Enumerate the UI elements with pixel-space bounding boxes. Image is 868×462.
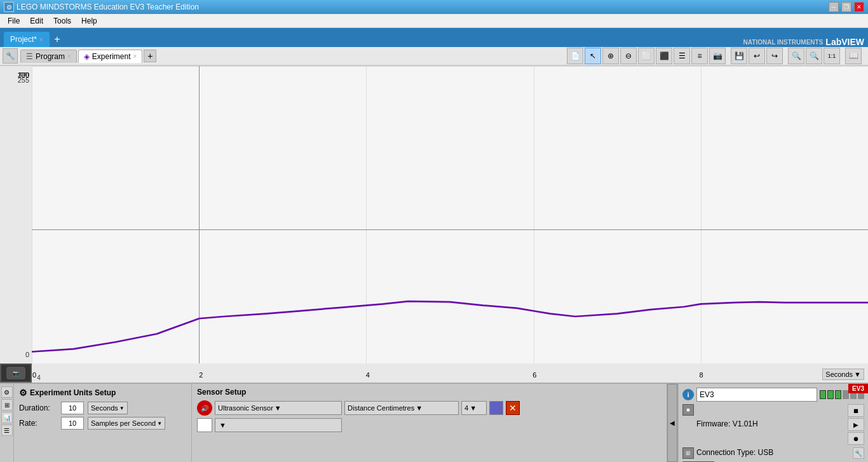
setup-gear-icon: ⚙: [19, 388, 27, 398]
restore-button[interactable]: ❐: [841, 2, 851, 12]
rate-input[interactable]: [61, 417, 84, 430]
ev3-record-button[interactable]: ⏺: [848, 432, 864, 445]
port-icon-2: ⊞: [682, 447, 694, 459]
sensor-color-swatch[interactable]: [489, 401, 503, 415]
side-icon-grid[interactable]: ⊞: [1, 399, 13, 411]
ev3-name-display: EV3: [696, 388, 817, 402]
app-icon: ⚙: [4, 2, 14, 12]
duration-unit-label: Seconds: [91, 404, 118, 412]
x-axis: 0 2 4 6 8 10 Seconds ▼: [34, 363, 868, 383]
experiment-tab-icon: ◈: [84, 52, 90, 61]
sensor-name-arrow: ▼: [275, 404, 281, 412]
toolbar-zoom-out[interactable]: 🔍: [806, 48, 822, 64]
project-tab-close[interactable]: ×: [39, 36, 43, 43]
close-button[interactable]: ✕: [854, 2, 864, 12]
sensor-port-arrow: ▼: [470, 404, 477, 412]
ev3-action-buttons: ⏹ ▶ ⏺: [848, 404, 864, 445]
x-unit-arrow: ▼: [854, 370, 861, 378]
duration-label: Duration:: [19, 404, 57, 412]
menu-edit[interactable]: Edit: [25, 14, 48, 27]
minimize-button[interactable]: ─: [829, 2, 839, 12]
chart-area: cm 255 200 100 0: [0, 66, 868, 363]
wrench-button[interactable]: 🔧: [3, 48, 18, 64]
toolbar-undo[interactable]: ↩: [749, 48, 765, 64]
x-unit-dropdown[interactable]: Seconds ▼: [822, 369, 864, 380]
sensor-type-arrow: ▼: [416, 404, 423, 412]
toolbar-tool6[interactable]: ≡: [691, 48, 708, 64]
sensor-name-dropdown[interactable]: Ultrasonic Sensor ▼: [215, 401, 342, 415]
sensor-name-label: Ultrasonic Sensor: [218, 404, 273, 412]
sensor-type-dropdown[interactable]: Distance Centimetres ▼: [344, 401, 459, 415]
side-icon-bar: ⚙ ⊞ 📊 ☰: [0, 384, 14, 462]
toolbar-cursor[interactable]: ↖: [585, 48, 601, 64]
bottom-panel: ⚙ ⊞ 📊 ☰ ⚙ Experiment Units Setup Duratio…: [0, 383, 868, 462]
menu-tools[interactable]: Tools: [48, 14, 76, 27]
x-tick-2: 2: [199, 371, 203, 379]
window-title: LEGO MINDSTORMS Education EV3 Teacher Ed…: [17, 3, 199, 11]
sensor-port-dropdown[interactable]: 4 ▼: [461, 401, 487, 415]
sensor-setup-panel: Sensor Setup 🔊 Ultrasonic Sensor ▼ Dista…: [192, 384, 667, 462]
menu-file[interactable]: File: [3, 14, 25, 27]
sensor-type-label: Distance Centimetres: [348, 404, 414, 412]
side-icon-gear[interactable]: ⚙: [1, 386, 13, 398]
rate-unit-dropdown[interactable]: Samples per Second ▼: [88, 417, 165, 430]
chart-bottom: 📷 4 0 2 4 6 8 10 Seconds ▼: [0, 363, 868, 383]
x-tick-6: 6: [532, 371, 536, 379]
rate-unit-arrow: ▼: [157, 421, 162, 426]
chart-plot[interactable]: [32, 66, 868, 363]
program-tab-close[interactable]: ×: [67, 53, 71, 60]
duration-unit-dropdown[interactable]: Seconds ▼: [88, 402, 128, 414]
side-icon-table[interactable]: ☰: [1, 425, 13, 436]
tab-experiment[interactable]: ◈ Experiment ×: [78, 50, 143, 63]
program-tab-icon: ☰: [26, 52, 33, 61]
x-tick-8: 8: [700, 371, 703, 379]
sensor-blank-input: [197, 418, 212, 432]
x-tick-4: 4: [366, 371, 370, 379]
toolbar-save[interactable]: 💾: [731, 48, 747, 64]
y-tick-100: 100: [18, 71, 29, 79]
firmware-label: Firmware: V1.01H: [696, 404, 758, 444]
toolbar-help[interactable]: 📖: [845, 48, 862, 64]
toolbar-zoom-1to1[interactable]: 1:1: [824, 48, 840, 64]
title-bar: ⚙ LEGO MINDSTORMS Education EV3 Teacher …: [0, 0, 868, 14]
collapse-button[interactable]: ◀: [667, 384, 677, 462]
tab-program[interactable]: ☰ Program ×: [20, 50, 77, 63]
toolbar-tool2[interactable]: ⊖: [620, 48, 637, 64]
rate-label: Rate:: [19, 419, 57, 428]
add-doc-button[interactable]: +: [144, 50, 156, 62]
ev3-info-icon: i: [682, 389, 694, 400]
connection-label: Connection Type: USB: [696, 447, 773, 458]
doc-tabs-bar: 🔧 ☰ Program × ◈ Experiment × + 📄 ↖ ⊕ ⊖ ⬜…: [0, 47, 868, 66]
toolbar-redo[interactable]: ↪: [766, 48, 783, 64]
ev3-settings-button[interactable]: 🔧: [853, 447, 864, 459]
toolbar-new[interactable]: 📄: [567, 48, 583, 64]
experiment-tab-close[interactable]: ×: [133, 53, 137, 60]
toolbar-tool3[interactable]: ⬜: [638, 48, 654, 64]
program-tab-label: Program: [36, 52, 65, 61]
experiment-setup-panel: ⚙ Experiment Units Setup Duration: Secon…: [14, 384, 192, 462]
new-project-button[interactable]: +: [50, 32, 65, 47]
sensor-secondary-arrow: ▼: [219, 421, 226, 429]
rate-unit-label: Samples per Second: [91, 419, 156, 427]
duration-input[interactable]: [61, 402, 84, 414]
toolbar-capture[interactable]: 📷: [709, 48, 726, 64]
sensor-delete-button[interactable]: ✕: [506, 401, 520, 415]
toolbar-tool5[interactable]: ☰: [674, 48, 690, 64]
toolbar-tool1[interactable]: ⊕: [602, 48, 619, 64]
side-icon-chart[interactable]: 📊: [1, 412, 13, 423]
exp-setup-title-label: Experiment Units Setup: [30, 388, 116, 397]
sensor-setup-title: Sensor Setup: [197, 388, 661, 397]
chart-line-svg: [32, 66, 868, 363]
experiment-tab-label: Experiment: [92, 52, 131, 61]
x-tick-0: 0: [32, 371, 36, 379]
duration-unit-arrow: ▼: [119, 405, 125, 411]
menu-bar: File Edit Tools Help: [0, 14, 868, 28]
ev3-stop-button[interactable]: ⏹: [848, 404, 864, 417]
toolbar-tool4[interactable]: ⬛: [656, 48, 672, 64]
ev3-play-button[interactable]: ▶: [848, 418, 864, 431]
project-tab[interactable]: Project* ×: [4, 32, 50, 47]
menu-help[interactable]: Help: [76, 14, 102, 27]
sensor-secondary-dropdown[interactable]: ▼: [215, 418, 342, 432]
toolbar-zoom-in[interactable]: 🔍: [788, 48, 804, 64]
ev3-tag: EV3: [848, 384, 868, 393]
